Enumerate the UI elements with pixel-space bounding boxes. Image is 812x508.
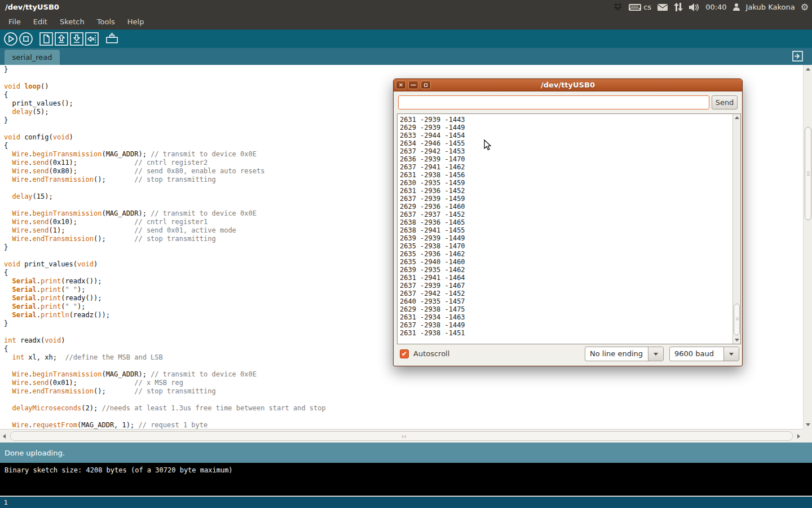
volume-icon[interactable] <box>689 3 700 12</box>
menu-edit[interactable]: Edit <box>27 15 54 29</box>
serial-line: 2636 -2939 -1470 <box>400 155 732 163</box>
open-button[interactable] <box>54 32 69 47</box>
serial-monitor-window: ✕ — /dev/ttyUSB0 Send 2631 -2939 -144326… <box>393 78 743 366</box>
user-icon <box>732 3 740 11</box>
serial-output: 2631 -2939 -14432629 -2939 -14492633 -29… <box>398 114 732 344</box>
serial-vertical-scrollbar[interactable] <box>732 114 740 344</box>
scrollbar-thumb[interactable] <box>734 304 740 335</box>
sync-arrows-icon[interactable] <box>674 3 683 11</box>
screen: /dev/ttyUSB0 cs 00:40 Jakub Kakona <box>0 0 812 508</box>
code-line <box>4 396 803 404</box>
console-text: Binary sketch size: 4208 bytes (of a 307… <box>5 466 233 474</box>
scrollbar-thumb[interactable] <box>805 127 811 220</box>
status-bar: Done uploading. <box>0 443 812 463</box>
editor-vertical-scrollbar[interactable] <box>803 65 812 429</box>
serial-monitor-button[interactable] <box>104 32 120 47</box>
code-line: delayMicroseconds(2); //needs at least 1… <box>4 404 803 413</box>
code-line: Wire.requestFrom(MAG_ADDR, 1); // reques… <box>4 421 803 429</box>
scrollbar-thumb[interactable] <box>10 431 793 441</box>
serial-line: 2631 -2938 -1451 <box>400 329 732 337</box>
tab-bar: serial_read <box>0 48 812 65</box>
baud-rate-value: 9600 baud <box>674 349 714 358</box>
close-icon[interactable]: ✕ <box>396 81 406 89</box>
serial-input-row: Send <box>398 95 738 110</box>
serial-line: 2635 -2938 -1470 <box>400 242 732 250</box>
save-button[interactable] <box>69 32 84 47</box>
serial-line: 2634 -2946 -1455 <box>400 139 732 147</box>
serial-line: 2637 -2938 -1449 <box>400 321 732 329</box>
serial-monitor-controls: ✔ Autoscroll No line ending 9600 baud <box>394 347 742 361</box>
line-number: 1 <box>4 499 8 506</box>
code-line: Wire.beginTransmission(MAG_ADDR); // tra… <box>4 370 803 379</box>
editor-horizontal-scrollbar[interactable] <box>0 429 803 443</box>
baud-rate-dropdown[interactable]: 9600 baud <box>669 347 739 361</box>
keyboard-layout-indicator[interactable]: cs <box>628 3 651 11</box>
code-line: Wire.endTransmission(); // stop transmit… <box>4 387 803 396</box>
serial-line: 2635 -2940 -1460 <box>400 258 732 266</box>
chevron-down-icon[interactable] <box>648 347 663 361</box>
serial-line: 2631 -2936 -1452 <box>400 187 732 195</box>
serial-line: 2637 -2937 -1452 <box>400 211 732 218</box>
serial-line: 2638 -2936 -1465 <box>400 218 732 226</box>
serial-line: 2637 -2941 -1462 <box>400 163 732 171</box>
serial-line: 2637 -2942 -1453 <box>400 147 732 155</box>
maximize-icon[interactable] <box>421 81 431 89</box>
autoscroll-checkbox[interactable]: ✔ <box>400 349 409 358</box>
minimize-icon[interactable]: — <box>408 81 418 89</box>
code-line <box>4 413 803 421</box>
new-tab-icon[interactable] <box>792 51 803 64</box>
serial-line: 2629 -2939 -1449 <box>400 124 732 132</box>
serial-line: 2631 -2938 -1456 <box>400 171 732 179</box>
active-window-title: /dev/ttyUSB0 <box>0 3 59 11</box>
serial-line: 2631 -2934 -1463 <box>400 313 732 321</box>
build-console: Binary sketch size: 4208 bytes (of a 307… <box>0 463 812 496</box>
toolbar <box>0 29 812 48</box>
serial-monitor-title: /dev/ttyUSB0 <box>394 81 742 89</box>
serial-line: 2639 -2939 -1449 <box>400 234 732 242</box>
serial-line: 2635 -2936 -1462 <box>400 250 732 258</box>
serial-line: 2629 -2938 -1475 <box>400 305 732 313</box>
mouse-cursor <box>484 139 492 154</box>
serial-line: 2638 -2941 -1455 <box>400 226 732 234</box>
session-gear-icon[interactable]: ⚙ <box>801 3 809 12</box>
stop-button[interactable] <box>18 32 33 47</box>
serial-line: 2637 -2939 -1467 <box>400 282 732 290</box>
top-panel: /dev/ttyUSB0 cs 00:40 Jakub Kakona <box>0 0 812 14</box>
menu-help[interactable]: Help <box>121 15 151 29</box>
menu-tools[interactable]: Tools <box>91 15 121 29</box>
upload-button[interactable] <box>84 32 99 47</box>
serial-line: 2639 -2935 -1462 <box>400 266 732 274</box>
menubar: FileEditSketchToolsHelp <box>0 14 812 29</box>
verify-button[interactable] <box>3 32 18 47</box>
chevron-down-icon[interactable] <box>723 347 739 361</box>
serial-line: 2631 -2939 -1443 <box>400 116 732 124</box>
mail-icon[interactable] <box>657 3 668 11</box>
code-line: } <box>4 65 803 74</box>
menu-sketch[interactable]: Sketch <box>54 15 91 29</box>
serial-monitor-titlebar[interactable]: ✕ — /dev/ttyUSB0 <box>394 79 742 91</box>
new-sketch-button[interactable] <box>38 32 54 47</box>
code-line: Wire.send(0x01); // x MSB reg <box>4 379 803 387</box>
scrollbar-corner <box>803 429 812 443</box>
serial-line: 2637 -2939 -1459 <box>400 195 732 203</box>
serial-line: 2637 -2942 -1452 <box>400 290 732 297</box>
serial-line: 2629 -2936 -1460 <box>400 203 732 211</box>
line-ending-value: No line ending <box>590 349 643 358</box>
system-tray: cs 00:40 Jakub Kakona ⚙ <box>613 0 809 14</box>
serial-output-area[interactable]: 2631 -2939 -14432629 -2939 -14492633 -29… <box>397 113 741 344</box>
status-message: Done uploading. <box>5 449 65 457</box>
dropbox-icon[interactable] <box>613 3 623 12</box>
line-indicator-bar: 1 <box>0 497 812 508</box>
keyboard-layout-label: cs <box>643 3 651 11</box>
autoscroll-label: Autoscroll <box>413 349 449 358</box>
tab-serial-read[interactable]: serial_read <box>5 50 60 65</box>
line-ending-dropdown[interactable]: No line ending <box>585 347 664 361</box>
username[interactable]: Jakub Kakona <box>746 3 795 11</box>
send-button[interactable]: Send <box>712 95 738 110</box>
serial-line: 2631 -2941 -1464 <box>400 274 732 282</box>
clock[interactable]: 00:40 <box>705 3 726 11</box>
serial-line: 2630 -2935 -1459 <box>400 179 732 187</box>
serial-line: 2640 -2935 -1457 <box>400 297 732 305</box>
serial-input[interactable] <box>398 95 709 110</box>
menu-file[interactable]: File <box>2 15 27 29</box>
